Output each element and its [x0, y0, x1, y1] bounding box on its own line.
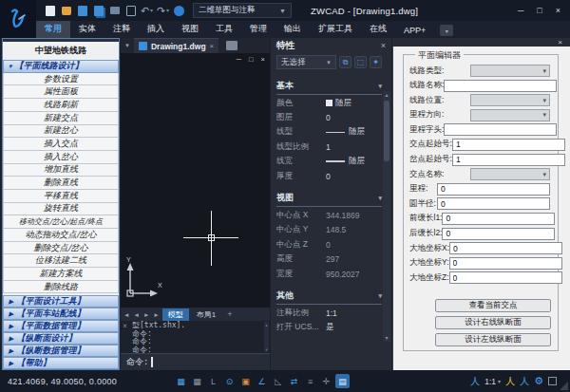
sidebar-item-delete-line[interactable]: 删除直线 [3, 177, 119, 190]
section-view[interactable]: 视图 ▾ [276, 192, 382, 207]
mileage-direction-select[interactable]: ▾ [470, 109, 550, 121]
layout-tab-model[interactable]: 模型 [162, 308, 189, 321]
save-icon[interactable] [76, 5, 88, 17]
toggle-pickadd-icon[interactable]: ⧉ [339, 56, 352, 68]
annotation-monitor-icon[interactable]: 人 [520, 375, 529, 388]
prev-layout-icon[interactable]: ◄ [132, 311, 140, 318]
prop-row-linetype[interactable]: 线型 随层 [271, 125, 391, 140]
intersection-name-select[interactable]: ▾ [470, 168, 550, 180]
menu-lines-icon[interactable]: ≡ [303, 374, 317, 388]
sidebar-item-property-panel[interactable]: 属性面板 [3, 85, 119, 99]
zwcad-logo-icon[interactable] [0, 0, 36, 38]
sidebar-item-rotate-line[interactable]: 旋转直线 [3, 203, 119, 216]
design-right-profile-button[interactable]: 设计右线纵断面 [435, 316, 551, 329]
layout-tab-layout1[interactable]: 布局1 [191, 308, 221, 321]
doc-restore-button[interactable]: □ [249, 55, 254, 64]
rear-transition-input[interactable] [442, 228, 555, 240]
ribbon-tab-insert[interactable]: 插入 [139, 21, 173, 38]
sidebar-item-add-line[interactable]: 增加直线 [3, 164, 119, 177]
online-globe-icon[interactable] [173, 5, 185, 17]
first-layout-icon[interactable]: ◄ [123, 311, 130, 318]
dynamic-ucs-icon[interactable]: ◺ [271, 374, 285, 388]
geodetic-z-input[interactable] [449, 271, 562, 284]
save-as-icon[interactable] [92, 5, 104, 17]
sidebar-item-delete-points[interactable]: 删除交点/岔心 [3, 242, 119, 255]
sidebar-item-offset-second-line[interactable]: 位移法建二线 [3, 254, 119, 268]
section-general[interactable]: 基本 ▾ [276, 80, 382, 95]
select-objects-icon[interactable]: ⬚ [354, 56, 367, 68]
ribbon-tab-output[interactable]: 输出 [276, 21, 310, 38]
fullscreen-icon[interactable] [548, 377, 557, 385]
mileage-input[interactable] [437, 183, 550, 196]
front-transition-input[interactable] [442, 213, 555, 225]
sidebar-item-line-refresh[interactable]: 线路刷新 [3, 99, 119, 112]
line-position-select[interactable]: ▾ [470, 94, 550, 106]
view-current-intersection-button[interactable]: 查看当前交点 [435, 299, 551, 312]
close-tab-icon[interactable]: × [210, 42, 215, 50]
sidebar-item-insert-intersection[interactable]: 插入交点 [3, 138, 119, 151]
doc-list-dropdown-icon[interactable]: ▼ [121, 43, 134, 48]
annotation-visibility-icon[interactable]: 人 [470, 375, 480, 388]
object-tracking-icon[interactable]: ∠ [255, 374, 269, 388]
dynamic-input-icon[interactable]: ⇄ [287, 374, 301, 388]
command-input[interactable]: 命令: [121, 353, 270, 370]
group-station-track[interactable]: ▶ 【平面车站配线】 [3, 308, 119, 320]
prop-row-ltscale[interactable]: 线型比例 1 [271, 140, 391, 154]
prop-row-height[interactable]: 高度 297 [271, 252, 391, 267]
undo-icon[interactable]: ↶▾ [141, 5, 153, 17]
doc-minimize-button[interactable]: ─ [237, 55, 241, 64]
next-layout-icon[interactable]: ► [142, 311, 150, 318]
ribbon-tab-annotate[interactable]: 注释 [104, 21, 139, 38]
prop-row-color[interactable]: 颜色 随层 [271, 96, 391, 110]
polar-tracking-icon[interactable]: ▣ [238, 374, 253, 388]
sidebar-item-move-points[interactable]: 移动交点/岔心/起点/终点 [3, 215, 119, 229]
drawing-canvas[interactable]: ─ □ × Y X [121, 53, 270, 308]
close-properties-icon[interactable]: × [381, 41, 386, 50]
view-cube-icon[interactable] [124, 5, 137, 17]
new-document-icon[interactable] [226, 41, 238, 50]
ribbon-tab-solid[interactable]: 实体 [70, 21, 104, 38]
mileage-prefix-input[interactable] [444, 123, 557, 136]
geodetic-y-input[interactable] [449, 257, 562, 270]
intersection-start-no-input[interactable] [452, 139, 565, 151]
ribbon-collapse-icon[interactable]: ▾ [440, 25, 453, 36]
close-button[interactable]: × [556, 6, 560, 15]
group-help[interactable]: ▶ 【帮助】 [3, 357, 119, 369]
sidebar-item-translate-line[interactable]: 平移直线 [3, 190, 119, 203]
close-panel-icon[interactable]: × [558, 38, 562, 47]
group-plane-data[interactable]: ▶ 【平面数据管理】 [3, 320, 119, 332]
sidebar-item-dynamic-drag[interactable]: 动态拖动交点/岔心 [3, 229, 119, 242]
command-history[interactable]: × 型[txt.shx]. 命令: 命令: 命令: ▴ ▾ [121, 321, 270, 353]
grid-display-icon[interactable]: ▦ [190, 374, 204, 388]
document-tab[interactable]: Drawing1.dwg × [134, 38, 218, 53]
scrollbar-thumb[interactable] [384, 101, 390, 161]
prop-row-center-x[interactable]: 中心点 X 344.1869 [271, 208, 391, 222]
design-left-profile-button[interactable]: 设计左线纵断面 [435, 333, 551, 346]
last-layout-icon[interactable]: ► [152, 311, 160, 318]
group-plane-design-tools[interactable]: ▶ 【平面设计工具】 [3, 295, 119, 308]
prop-row-center-z[interactable]: 中心点 Z 0 [271, 237, 391, 252]
add-layout-icon[interactable]: + [223, 309, 236, 319]
lineweight-toggle-icon[interactable]: ▤ [335, 374, 350, 388]
ribbon-tab-online[interactable]: 在线 [361, 21, 395, 38]
geodetic-x-input[interactable] [449, 242, 562, 254]
group-profile-design[interactable]: ▶ 【纵断面设计】 [3, 332, 119, 345]
ribbon-tab-home[interactable]: 常用 [36, 21, 70, 38]
section-misc[interactable]: 其他 ▾ [276, 289, 382, 305]
group-profile-data[interactable]: ▶ 【纵断数据管理】 [3, 345, 119, 357]
add-toggle-icon[interactable]: ✛ [319, 374, 333, 388]
sidebar-item-new-scheme-line[interactable]: 新建方案线 [3, 268, 119, 281]
workspace-dropdown[interactable]: 二维草图与注释 ▼ [193, 3, 292, 18]
auto-annotation-icon[interactable]: 人 [505, 375, 515, 388]
sidebar-item-param-settings[interactable]: 参数设置 [3, 73, 119, 86]
redo-icon[interactable]: ↷▾ [157, 5, 169, 17]
prop-row-layer[interactable]: 图层 0 [271, 110, 391, 124]
minimize-button[interactable]: ─ [518, 6, 523, 15]
circle-radius-input[interactable] [437, 197, 550, 210]
line-name-input[interactable] [444, 80, 557, 92]
prop-row-lineweight[interactable]: 线宽 随层 [271, 155, 391, 169]
prop-row-center-y[interactable]: 中心点 Y 148.5 [271, 223, 391, 237]
sidebar-item-insert-turnout-center[interactable]: 插入岔心 [3, 151, 119, 164]
annotation-scale-dropdown[interactable]: 1:1 ▾ [484, 377, 501, 386]
open-file-icon[interactable] [60, 5, 72, 17]
